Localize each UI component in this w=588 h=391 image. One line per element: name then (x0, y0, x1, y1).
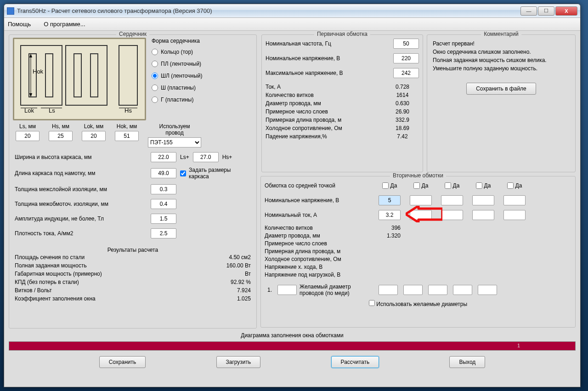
desired3-input[interactable] (403, 285, 423, 295)
content-area: Сердечник Hok (4, 31, 580, 387)
radio-g[interactable] (152, 96, 158, 103)
core-diagram: Hok Lok Ls Hs (13, 38, 146, 120)
frame-h-input[interactable] (193, 152, 219, 162)
calculate-button[interactable]: Рассчитать (331, 356, 379, 368)
maximize-button[interactable]: ☐ (538, 6, 554, 16)
sec2-unom-input[interactable] (410, 195, 432, 205)
desired2-input[interactable] (379, 285, 398, 295)
save-button[interactable]: Сохранить (99, 356, 146, 368)
sec3-inom-input[interactable] (441, 210, 463, 220)
comment-legend: Комментарий (481, 31, 521, 37)
secondary-group: Вторичные обмотки Обмотка со средней точ… (260, 176, 576, 328)
sec4-mid-checkbox[interactable] (476, 182, 482, 189)
desired4-input[interactable] (428, 285, 447, 295)
sec1-unom-input[interactable] (379, 195, 401, 205)
window-title: Trans50Hz - Расчет сетевого силового тра… (17, 7, 212, 14)
hs-input[interactable] (49, 131, 73, 141)
freq-input[interactable] (393, 39, 419, 49)
minimize-button[interactable]: — (520, 6, 537, 16)
sec4-inom-input[interactable] (472, 210, 494, 220)
induction-input[interactable] (151, 214, 176, 224)
radio-ring[interactable] (152, 49, 158, 55)
interwind-input[interactable] (151, 199, 176, 209)
radio-sh[interactable] (152, 85, 158, 91)
titlebar[interactable]: Trans50Hz - Расчет сетевого силового тра… (4, 4, 580, 18)
fill-diagram: 1 (9, 341, 576, 351)
close-button[interactable]: X (555, 6, 577, 16)
radio-pl[interactable] (152, 61, 158, 67)
interlayer-input[interactable] (151, 184, 176, 194)
sec2-inom-input[interactable] (410, 210, 432, 220)
frame-w-input[interactable] (151, 152, 176, 162)
sec5-inom-input[interactable] (503, 210, 526, 220)
radio-shl[interactable] (152, 73, 158, 79)
desired1-input[interactable] (277, 285, 297, 295)
menu-help[interactable]: Помощь (8, 21, 31, 28)
core-group: Сердечник Hok (9, 34, 257, 329)
comment-text: Расчет прерван! Окно сердечника слишком … (431, 38, 571, 74)
exit-button[interactable]: Выход (449, 356, 485, 368)
save-file-button[interactable]: Сохранить в файле (466, 83, 536, 95)
load-button[interactable]: Загрузить (216, 356, 261, 368)
set-frame-checkbox[interactable] (180, 170, 186, 176)
desired6-input[interactable] (478, 285, 497, 295)
sec3-unom-input[interactable] (441, 195, 463, 205)
wire-select[interactable]: ПЭТ-155 (148, 137, 201, 147)
jdensity-input[interactable] (151, 228, 176, 238)
app-icon (7, 7, 14, 15)
sec2-mid-checkbox[interactable] (413, 182, 420, 189)
menu-about[interactable]: О программе... (44, 21, 85, 28)
sec5-mid-checkbox[interactable] (507, 182, 514, 189)
menubar: Помощь О программе... (4, 18, 580, 31)
unom-input[interactable] (393, 53, 419, 63)
core-shape-label: Форма сердечника (152, 38, 253, 44)
sec1-mid-checkbox[interactable] (382, 182, 389, 189)
primary-group: Первичная обмотка Номинальная частота, Г… (261, 34, 423, 172)
lok-input[interactable] (82, 131, 106, 141)
primary-legend: Первичная обмотка (314, 31, 370, 37)
frame-len-input[interactable] (151, 168, 176, 178)
svg-text:Hok: Hok (33, 68, 44, 75)
core-legend: Сердечник (116, 31, 149, 37)
sec1-inom-input[interactable] (379, 210, 401, 220)
sec4-unom-input[interactable] (472, 195, 494, 205)
use-desired-checkbox[interactable] (369, 300, 375, 306)
core-results-label: Результаты расчета (13, 247, 253, 253)
ls-input[interactable] (16, 131, 40, 141)
hok-input[interactable] (115, 131, 139, 141)
sec3-mid-checkbox[interactable] (445, 182, 451, 189)
comment-group: Комментарий Расчет прерван! Окно сердечн… (427, 34, 576, 172)
secondary-legend: Вторичные обмотки (390, 172, 446, 179)
diagram-label: Диаграмма заполнения окна обмотками (9, 332, 576, 339)
sec5-unom-input[interactable] (503, 195, 526, 205)
umax-input[interactable] (393, 68, 419, 78)
app-window: Trans50Hz - Расчет сетевого силового тра… (4, 4, 581, 387)
desired5-input[interactable] (453, 285, 472, 295)
